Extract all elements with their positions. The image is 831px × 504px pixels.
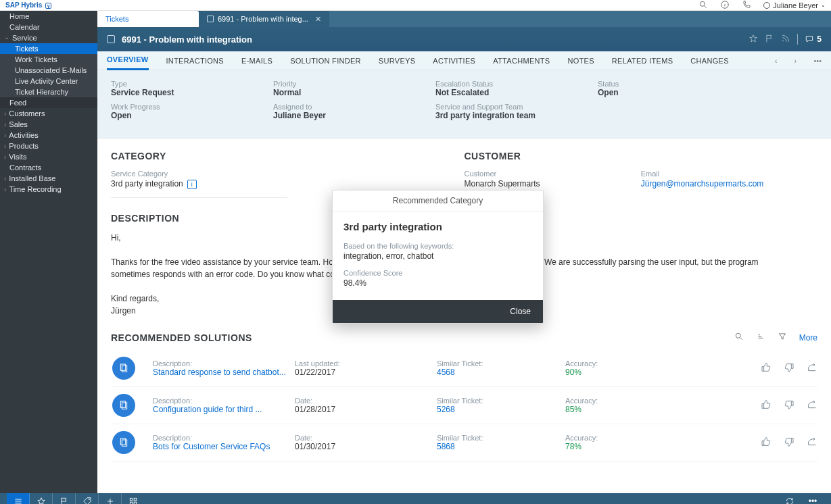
sidebar-item-customers[interactable]: Customers	[0, 108, 97, 119]
info-icon[interactable]: i	[187, 180, 197, 189]
phone-icon[interactable]	[742, 0, 751, 11]
sidebar-item-contracts[interactable]: Contracts	[0, 162, 97, 173]
thumbs-up-icon[interactable]	[761, 362, 771, 375]
share-icon[interactable]	[807, 362, 817, 375]
solution-desc-link[interactable]: Bots for Customer Service FAQs	[153, 442, 295, 451]
tab-surveys[interactable]: SURVEYS	[379, 52, 415, 70]
sidebar-item-unassoc-emails[interactable]: Unassociated E-Mails	[0, 65, 97, 76]
filter-icon[interactable]	[778, 332, 787, 343]
document-icon	[112, 431, 135, 454]
search-icon[interactable]	[734, 332, 744, 343]
customer-value: Monarch Supermarts	[465, 179, 641, 188]
sidebar-item-activities[interactable]: Activities	[0, 130, 97, 141]
tab-changes[interactable]: CHANGES	[690, 52, 729, 70]
sidebar-item-sales[interactable]: Sales	[0, 119, 97, 130]
sidebar-item-installed-base[interactable]: Installed Base	[0, 173, 97, 184]
sort-icon[interactable]	[756, 332, 765, 343]
sidebar-item-service[interactable]: Service	[0, 32, 97, 43]
sidebar-item-visits[interactable]: Visits	[0, 151, 97, 162]
brand: SAP Hybris y	[5, 1, 51, 9]
meta-assigned: Juliane Beyer	[273, 111, 435, 120]
tab-overview[interactable]: OVERVIEW	[107, 51, 149, 70]
svg-line-1	[705, 5, 707, 7]
close-button[interactable]: Close	[502, 304, 539, 319]
solution-date: 01/22/2017	[295, 368, 437, 377]
meta-type: Service Request	[111, 88, 273, 97]
svg-rect-7	[120, 364, 125, 370]
svg-rect-9	[120, 401, 125, 407]
solution-desc-link[interactable]: Configuration guide for third ...	[153, 405, 295, 414]
tab-notes[interactable]: NOTES	[567, 52, 594, 70]
tab-activities[interactable]: ACTIVITIES	[433, 52, 475, 70]
solution-ticket-link[interactable]: 4568	[437, 368, 565, 377]
tab-interactions[interactable]: INTERACTIONS	[166, 52, 224, 70]
ticket-icon	[207, 16, 214, 22]
more-link[interactable]: More	[799, 333, 817, 343]
chevron-right-icon[interactable]: ›	[794, 57, 797, 65]
thumbs-down-icon[interactable]	[784, 399, 794, 412]
add-icon[interactable]	[99, 493, 122, 504]
tab-tickets[interactable]: Tickets	[97, 11, 199, 27]
meta-status: Open	[598, 88, 760, 97]
sidebar-item-work-tickets[interactable]: Work Tickets	[0, 54, 97, 65]
ticket-icon	[107, 35, 115, 43]
titlebar: 6991 - Problem with integration 5	[97, 27, 831, 51]
solution-accuracy: 90%	[565, 368, 660, 377]
star-icon[interactable]	[749, 34, 758, 45]
feed-icon[interactable]	[781, 34, 790, 45]
solution-row: Description:Configuration guide for thir…	[111, 387, 817, 424]
refresh-icon[interactable]	[778, 493, 801, 504]
thumbs-up-icon[interactable]	[761, 436, 771, 449]
search-icon[interactable]	[698, 0, 708, 11]
tag-icon[interactable]	[76, 493, 99, 504]
svg-line-6	[740, 338, 742, 340]
sidebar-item-live-activity[interactable]: Live Activity Center	[0, 76, 97, 86]
sidebar-item-products[interactable]: Products	[0, 141, 97, 151]
sidebar-item-calendar[interactable]: Calendar	[0, 22, 97, 32]
tab-emails[interactable]: E-MAILS	[241, 52, 272, 70]
close-tab-icon[interactable]: ✕	[315, 15, 321, 24]
customer-email-link[interactable]: Jürgen@monarchsupermarts.com	[641, 179, 817, 188]
solution-ticket-link[interactable]: 5868	[437, 442, 565, 451]
info-icon[interactable]	[720, 0, 730, 11]
user-icon	[763, 2, 770, 9]
thumbs-down-icon[interactable]	[784, 362, 794, 375]
page-title: 6991 - Problem with integration	[122, 34, 252, 45]
sidebar-item-tickets[interactable]: Tickets	[0, 43, 97, 54]
menu-icon[interactable]	[7, 493, 30, 504]
thumbs-up-icon[interactable]	[761, 399, 771, 412]
sidebar-item-ticket-hierarchy[interactable]: Ticket Hierarchy	[0, 86, 97, 97]
share-icon[interactable]	[807, 436, 817, 449]
solution-ticket-link[interactable]: 5268	[437, 405, 565, 414]
svg-rect-10	[122, 403, 126, 409]
solution-row: Description:Bots for Customer Service FA…	[111, 424, 817, 461]
flag-icon[interactable]	[53, 493, 76, 504]
tab-active-ticket[interactable]: 6991 - Problem with integ...✕	[199, 11, 329, 27]
tab-solution-finder[interactable]: SOLUTION FINDER	[290, 52, 361, 70]
grid-icon[interactable]	[122, 493, 145, 504]
more-icon[interactable]: •••	[801, 493, 824, 504]
global-topbar: SAP Hybris y Juliane Beyer ⌄	[0, 0, 831, 11]
sidebar-item-home[interactable]: Home	[0, 11, 97, 22]
thumbs-down-icon[interactable]	[784, 436, 794, 449]
modal-confidence: 98.4%	[343, 278, 532, 288]
modal-keywords: integration, error, chatbot	[343, 251, 532, 261]
flag-icon[interactable]	[765, 34, 774, 45]
tab-attachments[interactable]: ATTACHMENTS	[493, 52, 550, 70]
chevron-left-icon[interactable]: ‹	[775, 57, 778, 65]
tab-related-items[interactable]: RELATED ITEMS	[612, 52, 673, 70]
share-icon[interactable]	[807, 399, 817, 412]
modal-title: Recommended Category	[333, 191, 543, 211]
document-icon	[112, 357, 135, 380]
recommended-title: RECOMMENDED SOLUTIONS	[111, 332, 252, 343]
category-title: CATEGORY	[111, 151, 465, 161]
solution-desc-link[interactable]: Standard response to send chatbot...	[153, 368, 295, 377]
svg-point-0	[701, 1, 705, 6]
more-menu-icon[interactable]: •••	[813, 57, 822, 65]
star-icon[interactable]	[30, 493, 53, 504]
comment-count[interactable]: 5	[805, 34, 822, 44]
sidebar-item-feed[interactable]: Feed	[0, 97, 97, 108]
sidebar-item-time-recording[interactable]: Time Recording	[0, 184, 97, 195]
user-menu[interactable]: Juliane Beyer ⌄	[763, 1, 826, 9]
sidebar: Home Calendar Service Tickets Work Ticke…	[0, 11, 97, 493]
